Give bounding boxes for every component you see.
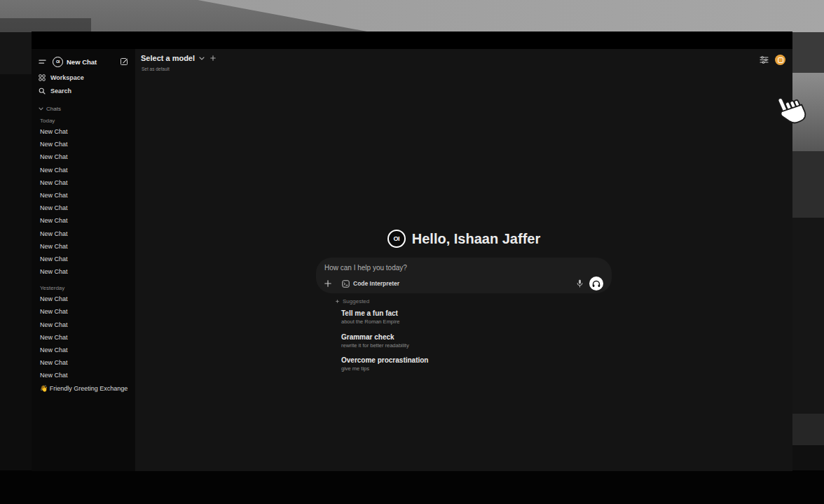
model-selector-label: Select a model bbox=[141, 54, 195, 62]
voice-call-button[interactable] bbox=[589, 276, 603, 290]
chevron-down-icon bbox=[39, 107, 43, 111]
chat-item[interactable]: New Chat bbox=[39, 265, 128, 278]
chat-item[interactable]: New Chat bbox=[39, 318, 128, 331]
sparkle-icon bbox=[335, 299, 340, 304]
workspace-label: Workspace bbox=[50, 74, 84, 81]
attach-plus-icon[interactable] bbox=[324, 280, 331, 287]
sidebar-item-search[interactable]: Search bbox=[39, 84, 128, 97]
suggested-prompt-title: Overcome procrastination bbox=[341, 356, 612, 365]
wallpaper-top-corner bbox=[0, 18, 91, 32]
chats-section-label: Chats bbox=[46, 106, 61, 112]
main-panel: Select a model Set as default bbox=[135, 49, 792, 471]
app-window: OI New Chat Workspace Search bbox=[32, 31, 792, 471]
sidebar-item-workspace[interactable]: Workspace bbox=[39, 71, 128, 84]
main-header: Select a model Set as default bbox=[135, 49, 792, 77]
chat-item[interactable]: New Chat bbox=[39, 189, 128, 202]
chat-item[interactable]: New Chat bbox=[39, 164, 128, 176]
sidebar: OI New Chat Workspace Search bbox=[32, 49, 135, 471]
greeting: OI Hello, Ishaan Jaffer bbox=[316, 230, 612, 248]
suggested-prompt-subtitle: about the Roman Empire bbox=[341, 318, 612, 326]
chat-item[interactable]: New Chat bbox=[39, 305, 128, 318]
add-model-icon[interactable] bbox=[210, 55, 216, 61]
chat-item-named[interactable]: 👋 Friendly Greeting Exchange bbox=[39, 382, 128, 395]
chat-list-today: New ChatNew ChatNew ChatNew ChatNew Chat… bbox=[39, 125, 128, 278]
suggested-prompt-subtitle: rewrite it for better readability bbox=[341, 342, 612, 349]
wallpaper-bottom bbox=[0, 470, 824, 504]
chat-item[interactable]: New Chat bbox=[39, 293, 128, 305]
suggested-label: Suggested bbox=[343, 298, 369, 304]
chat-item[interactable]: New Chat bbox=[39, 214, 128, 227]
chat-item[interactable]: New Chat bbox=[39, 176, 128, 189]
chat-item[interactable]: New Chat bbox=[39, 356, 128, 369]
wallpaper-left bbox=[0, 32, 32, 470]
wallpaper-right bbox=[792, 32, 824, 470]
set-default-link[interactable]: Set as default bbox=[142, 66, 170, 71]
suggested-prompt[interactable]: Grammar check rewrite it for better read… bbox=[341, 333, 612, 349]
chat-item[interactable]: New Chat bbox=[39, 150, 128, 163]
suggested-header: Suggested bbox=[335, 298, 612, 304]
suggested-prompt[interactable]: Tell me a fun fact about the Roman Empir… bbox=[341, 309, 612, 326]
grid-icon bbox=[39, 74, 46, 81]
chat-item[interactable]: New Chat bbox=[39, 138, 128, 150]
chats-section-header[interactable]: Chats bbox=[39, 104, 128, 113]
code-interpreter-label: Code Interpreter bbox=[353, 280, 399, 287]
chat-item[interactable]: New Chat bbox=[39, 240, 128, 253]
new-chat-icon[interactable] bbox=[120, 57, 128, 66]
chat-input-placeholder[interactable]: How can I help you today? bbox=[324, 264, 603, 272]
terminal-icon bbox=[342, 280, 350, 288]
welcome-area: OI Hello, Ishaan Jaffer How can I help y… bbox=[316, 230, 612, 380]
chat-item[interactable]: New Chat bbox=[39, 125, 128, 138]
chat-item[interactable]: New Chat bbox=[39, 369, 128, 382]
settings-sliders-icon[interactable] bbox=[760, 56, 769, 64]
sidebar-title: New Chat bbox=[67, 58, 97, 66]
date-group-today: Today bbox=[39, 116, 128, 125]
user-avatar[interactable] bbox=[775, 55, 785, 65]
chat-item[interactable]: New Chat bbox=[39, 202, 128, 214]
chat-item[interactable]: New Chat bbox=[39, 331, 128, 344]
microphone-icon[interactable] bbox=[577, 279, 583, 288]
model-selector[interactable]: Select a model bbox=[141, 54, 216, 62]
suggested-section: Suggested Tell me a fun fact about the R… bbox=[316, 298, 612, 372]
suggested-list: Tell me a fun fact about the Roman Empir… bbox=[341, 309, 612, 372]
search-icon bbox=[39, 88, 46, 94]
chat-input-box[interactable]: How can I help you today? Code Interpret… bbox=[316, 258, 612, 293]
suggested-prompt[interactable]: Overcome procrastination give me tips bbox=[341, 356, 612, 372]
chat-item[interactable]: New Chat bbox=[39, 344, 128, 356]
avatar-glyph bbox=[778, 57, 783, 63]
code-interpreter-toggle[interactable]: Code Interpreter bbox=[342, 280, 399, 288]
suggested-prompt-title: Grammar check bbox=[341, 333, 612, 342]
headphones-icon bbox=[592, 280, 600, 288]
search-label: Search bbox=[50, 88, 71, 94]
model-chevron-icon bbox=[199, 57, 205, 60]
sidebar-header: OI New Chat bbox=[39, 52, 128, 71]
greeting-text: Hello, Ishaan Jaffer bbox=[412, 231, 540, 247]
chat-list-yesterday: New ChatNew ChatNew ChatNew ChatNew Chat… bbox=[39, 293, 128, 382]
app-logo: OI bbox=[53, 57, 63, 67]
sidebar-toggle-icon[interactable] bbox=[39, 59, 46, 65]
app-logo-large: OI bbox=[387, 230, 406, 248]
window-titlebar bbox=[32, 31, 792, 49]
date-group-yesterday: Yesterday bbox=[39, 284, 128, 293]
chat-item[interactable]: New Chat bbox=[39, 253, 128, 265]
suggested-prompt-subtitle: give me tips bbox=[341, 365, 612, 372]
chat-item[interactable]: New Chat bbox=[39, 227, 128, 240]
suggested-prompt-title: Tell me a fun fact bbox=[341, 309, 612, 318]
